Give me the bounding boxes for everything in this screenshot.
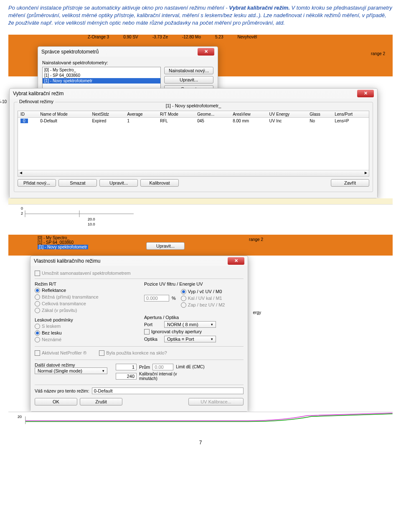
intro-paragraph: Po ukončení instalace přístroje se autom… xyxy=(8,4,393,27)
col-id[interactable]: ID xyxy=(18,111,38,118)
table-row[interactable]: 0 0-Default Expired 1 RFL 045 8.00 mm UV… xyxy=(18,117,369,124)
list-item: [0] - My Spectro_ xyxy=(38,236,88,240)
dialog-title: Správce spektrofotometrů xyxy=(41,49,99,55)
uv-value-input: 0.000 xyxy=(144,295,169,301)
screenshot-2: [0] - My Spectro_ [1] - SP 64_003860 [1]… xyxy=(8,235,393,425)
ok-button[interactable]: OK xyxy=(35,398,77,405)
netprofiler-checkbox: Aktivivat NetProfiler ® xyxy=(35,350,86,356)
dialog-vlastnosti: Vlastnosti kalibračního režimu ✕ Umožnit… xyxy=(30,256,248,412)
label: Nainstalované spektrofotometry: xyxy=(42,60,213,65)
data-mode-select[interactable]: Normal (Single mode) xyxy=(35,367,107,374)
gloss-unknown-radio: Neznámé xyxy=(35,337,134,342)
list-item[interactable]: [1] - Novy spektrofotometr xyxy=(43,78,160,84)
group-label: Další datové režimy xyxy=(35,362,107,367)
group-label: Apertura / Optika xyxy=(144,315,244,320)
scroll-left-icon[interactable]: ◄ xyxy=(19,170,23,175)
range-label: range 2 xyxy=(371,51,385,56)
modes-table: ID Name of Mode NextStdz Average R/T Mod… xyxy=(18,111,369,124)
rt-haze-radio: Zákal (v průsvitu) xyxy=(35,308,134,313)
col-avg[interactable]: Average xyxy=(125,111,158,118)
add-new-button[interactable]: Přidat nový... xyxy=(18,179,56,187)
gloss-with-radio: S leskem xyxy=(35,324,134,329)
bg-cell: Z-Orange 3 xyxy=(88,35,109,39)
edit-button[interactable]: Upravit... xyxy=(146,242,185,250)
close-icon[interactable]: ✕ xyxy=(228,257,244,265)
auto-set-checkbox[interactable]: Umožnit samonastavení spektrofotometrem xyxy=(35,271,244,276)
col-glass[interactable]: Glass xyxy=(307,111,332,118)
page-number: 7 xyxy=(8,440,393,446)
list-item: [1] - SP 64_003860 xyxy=(38,240,88,245)
chart-strip: 20 xyxy=(8,412,393,425)
list-item[interactable]: [0] - My Spectro_ xyxy=(43,67,160,73)
scroll-right-icon[interactable]: ► xyxy=(364,170,368,175)
group-label: Režim R/T xyxy=(35,281,134,286)
close-button[interactable]: Zavřít xyxy=(331,179,369,187)
col-rt[interactable]: R/T Mode xyxy=(157,111,195,118)
close-icon[interactable]: ✕ xyxy=(357,90,374,97)
optics-select[interactable]: Optika = Port xyxy=(164,336,216,342)
device-name: [1] - Novy spektrofotometr_ xyxy=(18,103,369,108)
uv-m1-radio: Kal / UV kal / M1 xyxy=(181,296,225,301)
bg-label: ergy xyxy=(253,310,261,315)
col-next[interactable]: NextStdz xyxy=(89,111,124,118)
bg-cell: Nevyhověl xyxy=(237,35,257,39)
col-name[interactable]: Name of Mode xyxy=(38,111,89,118)
col-uv[interactable]: UV Energy xyxy=(267,111,307,118)
group-label: Leskové podmínky xyxy=(35,317,134,322)
calibrate-button[interactable]: Kalibrovat xyxy=(140,179,179,187)
interval-input[interactable]: 240 xyxy=(116,373,137,380)
list-item[interactable]: [1] - SP 64_003860 xyxy=(43,73,160,78)
edit-button[interactable]: Upravit... xyxy=(99,179,138,187)
uv-m0-radio[interactable]: Vyp / vč UV / M0 xyxy=(181,289,225,294)
rt-total-trans-radio: Celková transmitance xyxy=(35,301,134,307)
edit-button[interactable]: Upravit... xyxy=(164,76,213,84)
group-label: Pozice UV filtru / Energie UV xyxy=(144,281,244,286)
dialog-title: Vlastnosti kalibračního režimu xyxy=(34,258,100,264)
glass-correction-checkbox: Byla použita korekce na sklo? xyxy=(99,350,167,356)
gloss-without-radio[interactable]: Bez lesku xyxy=(35,330,134,336)
col-lens[interactable]: Lens/Port xyxy=(332,111,369,118)
device-list[interactable]: [0] - My Spectro_ [1] - SP 64_003860 [1]… xyxy=(42,67,161,89)
bg-cell: 5.23 xyxy=(215,35,223,39)
ignore-aperture-checkbox[interactable]: Ignorovat chyby apertury xyxy=(144,329,244,334)
bg-cell: -3.73 Ze xyxy=(152,35,168,39)
bg-cell: -12.80 Mo xyxy=(182,35,201,39)
side-label: 065-10 xyxy=(0,99,7,104)
dialog-vybrat-kalibracni: 065-10 Vybrat kalibrační režim ✕ Definov… xyxy=(9,88,378,198)
mode-name-input[interactable]: 0-Default xyxy=(92,388,244,394)
delete-button[interactable]: Smazat xyxy=(58,179,97,187)
screenshot-1: Z-Orange 3 0.90 SV -3.73 Ze -12.80 Mo 5.… xyxy=(8,35,393,230)
groupbox-title: Definovat režimy xyxy=(18,99,55,104)
cancel-button[interactable]: Zrušit xyxy=(80,398,122,405)
col-geo[interactable]: Geome... xyxy=(195,111,230,118)
rt-reflectance-radio[interactable]: Reflektance xyxy=(35,288,134,293)
uv-m2-radio: Zap / bez UV / M2 xyxy=(181,302,225,308)
average-input[interactable]: 1 xyxy=(116,364,137,370)
bg-cell: 0.90 SV xyxy=(123,35,138,39)
limit-de-input: 0.00 xyxy=(152,364,173,370)
port-select[interactable]: NORM ( 8 mm) xyxy=(164,321,216,328)
range-label: range 2 xyxy=(249,237,263,242)
dialog-title: Vybrat kalibrační režim xyxy=(13,91,64,96)
list-item: [1] - Novy spektrofotometr xyxy=(38,245,88,249)
col-area[interactable]: AreaView xyxy=(230,111,266,118)
install-new-button[interactable]: Nainstalovat nový... xyxy=(164,67,213,74)
uv-calibration-button: UV Kalibrace... xyxy=(188,398,244,405)
rt-direct-trans-radio: Běžná (přímá) transmitance xyxy=(35,294,134,300)
close-icon[interactable]: ✕ xyxy=(198,48,214,56)
